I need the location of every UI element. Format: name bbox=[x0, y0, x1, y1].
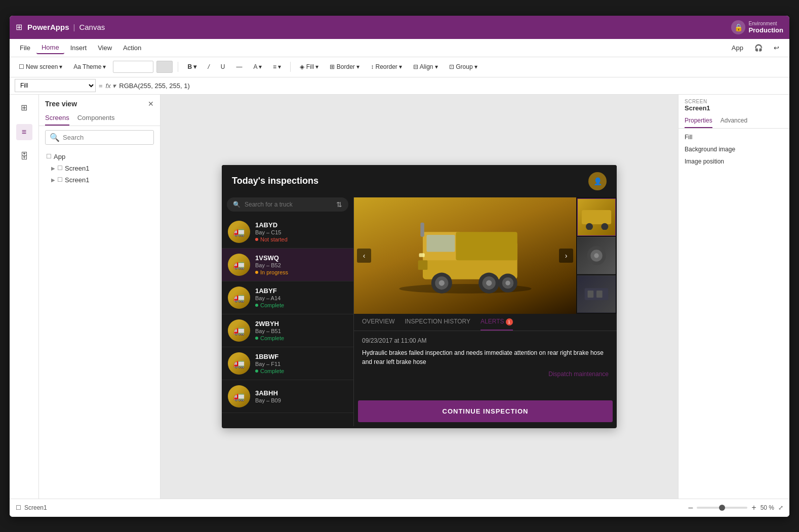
right-panel: SCREEN Screen1 Properties Advanced Fill … bbox=[678, 95, 789, 499]
properties-tab[interactable]: Properties bbox=[685, 114, 712, 128]
panel-data-icon[interactable]: 🗄 bbox=[16, 148, 32, 165]
status-text: In progress bbox=[260, 269, 288, 275]
screen-name: Screen1 bbox=[685, 104, 783, 112]
bold-btn[interactable]: B ▾ bbox=[183, 62, 201, 72]
menu-app[interactable]: App bbox=[727, 42, 748, 54]
advanced-tab[interactable]: Advanced bbox=[721, 114, 747, 128]
expand-icon[interactable]: ⤢ bbox=[778, 504, 783, 511]
color-picker[interactable] bbox=[113, 61, 153, 73]
truck-info: 1VSWQ Bay – B52 In progress bbox=[255, 254, 347, 275]
overview-tab[interactable]: OVERVIEW bbox=[362, 318, 394, 331]
reorder-btn[interactable]: ↕ Reorder ▾ bbox=[367, 62, 406, 72]
truck-item[interactable]: 🚛 3ABHH Bay – B09 bbox=[222, 380, 353, 413]
truck-status: Complete bbox=[255, 302, 347, 308]
alert-date: 09/23/2017 at 11:00 AM bbox=[362, 337, 609, 344]
truck-item[interactable]: 🚛 1VSWQ Bay – B52 In progress bbox=[222, 249, 353, 281]
tree-close-btn[interactable]: ✕ bbox=[148, 100, 154, 108]
fontsize-btn[interactable]: A ▾ bbox=[249, 62, 266, 72]
svg-point-22 bbox=[594, 253, 598, 258]
status-dot bbox=[255, 271, 258, 274]
zoom-plus-btn[interactable]: + bbox=[751, 503, 756, 512]
formula-input[interactable] bbox=[119, 79, 784, 92]
group-btn[interactable]: ⊡ Group ▾ bbox=[445, 62, 482, 72]
menu-view[interactable]: View bbox=[93, 42, 117, 54]
tree-screen2-item[interactable]: ▶ ☐ Screen1 bbox=[43, 174, 156, 186]
panel-tree-icon[interactable]: ≡ bbox=[16, 124, 32, 140]
zoom-slider[interactable] bbox=[697, 507, 747, 509]
fill-btn[interactable]: ◈ Fill ▾ bbox=[296, 62, 323, 72]
sort-icon[interactable]: ⇅ bbox=[336, 200, 342, 209]
app-window: ⊞ PowerApps | Canvas 🔒 Environment Produ… bbox=[10, 16, 789, 517]
prev-image-btn[interactable]: ‹ bbox=[357, 249, 371, 263]
truck-item[interactable]: 🚛 2WBYH Bay – B51 Complete bbox=[222, 314, 353, 347]
align-btn[interactable]: ≡ ▾ bbox=[269, 62, 285, 72]
thumb-2[interactable] bbox=[577, 237, 616, 274]
dispatch-maintenance-link[interactable]: Dispatch maintenance bbox=[362, 371, 609, 378]
tree-screen1-item[interactable]: ▶ ☐ Screen1 bbox=[43, 162, 156, 174]
prop-background-image[interactable]: Background image bbox=[685, 146, 783, 153]
right-panel-tabs: Properties Advanced bbox=[678, 114, 789, 129]
detail-tabs: OVERVIEW INSPECTION HISTORY ALERTS1 bbox=[354, 314, 617, 331]
screen2-checkbox: ☐ bbox=[57, 176, 63, 183]
env-label: Environment bbox=[748, 21, 783, 26]
truck-avatar: 🚛 bbox=[228, 319, 250, 342]
thumb-truck-icon bbox=[579, 204, 614, 230]
border-btn[interactable]: ⊞ Border ▾ bbox=[326, 62, 364, 72]
new-screen-btn[interactable]: ☐ New screen ▾ bbox=[15, 62, 66, 72]
strikethrough-btn[interactable]: — bbox=[232, 62, 246, 72]
menu-action[interactable]: Action bbox=[118, 42, 146, 54]
svg-point-14 bbox=[505, 280, 510, 285]
truck-item[interactable]: 🚛 1ABYF Bay – A14 Complete bbox=[222, 281, 353, 314]
property-dropdown[interactable]: Fill bbox=[15, 79, 96, 92]
tree-app-item[interactable]: ☐ App bbox=[43, 151, 156, 162]
status-left: ☐ Screen1 bbox=[16, 504, 47, 511]
color-swatch[interactable] bbox=[156, 61, 173, 73]
prop-fill[interactable]: Fill bbox=[685, 134, 783, 141]
menu-home[interactable]: Home bbox=[36, 42, 64, 54]
svg-point-11 bbox=[486, 280, 492, 285]
alert-content: 09/23/2017 at 11:00 AM Hydraulic brakes … bbox=[354, 331, 617, 396]
align-objects-btn[interactable]: ⊟ Align ▾ bbox=[409, 62, 442, 72]
prop-image-position[interactable]: Image position bbox=[685, 158, 783, 165]
app-name: PowerApps bbox=[27, 23, 69, 31]
menu-icon2[interactable]: ↩ bbox=[769, 42, 784, 54]
truck-info: 3ABHH Bay – B09 bbox=[255, 389, 347, 403]
zoom-minus-btn[interactable]: – bbox=[688, 503, 693, 512]
continue-inspection-btn[interactable]: CONTINUE INSPECTION bbox=[358, 400, 613, 422]
user-avatar: 👤 bbox=[588, 172, 607, 190]
theme-btn[interactable]: Aa Theme ▾ bbox=[69, 62, 110, 72]
status-dot bbox=[255, 337, 258, 340]
truck-search-bar[interactable]: 🔍 ⇅ bbox=[227, 197, 348, 212]
alerts-tab[interactable]: ALERTS1 bbox=[481, 318, 512, 331]
italic-btn[interactable]: / bbox=[204, 62, 213, 72]
waffle-icon[interactable]: ⊞ bbox=[16, 22, 22, 32]
menu-file[interactable]: File bbox=[15, 42, 35, 54]
truck-name: 1ABYD bbox=[255, 221, 347, 229]
truck-main-photo bbox=[354, 197, 576, 314]
menu-icon1[interactable]: 🎧 bbox=[749, 42, 768, 54]
thumb-3[interactable] bbox=[577, 275, 616, 313]
canvas-label: Canvas bbox=[79, 23, 105, 31]
tree-search-input[interactable] bbox=[63, 134, 149, 141]
status-text: Complete bbox=[260, 368, 284, 374]
truck-item[interactable]: 🚛 1ABYD Bay – C15 Not started bbox=[222, 216, 353, 249]
tree-items: ☐ App ▶ ☐ Screen1 ▶ ☐ Screen1 bbox=[39, 149, 160, 499]
screen1-label: Screen1 bbox=[65, 165, 153, 172]
menu-insert[interactable]: Insert bbox=[65, 42, 92, 54]
title-divider: | bbox=[73, 23, 75, 31]
underline-btn[interactable]: U bbox=[217, 62, 229, 72]
status-screen-label: Screen1 bbox=[24, 504, 47, 511]
truck-info: 1BBWF Bay – F11 Complete bbox=[255, 353, 347, 374]
panel-layers-icon[interactable]: ⊞ bbox=[16, 100, 32, 116]
thumb-1[interactable] bbox=[577, 198, 616, 236]
fx-label: fx ▾ bbox=[106, 82, 116, 90]
formula-bar: Fill = fx ▾ bbox=[10, 77, 789, 95]
truck-name: 1ABYF bbox=[255, 287, 347, 295]
truck-search-input[interactable] bbox=[245, 201, 332, 208]
next-image-btn[interactable]: › bbox=[559, 249, 573, 263]
tab-components[interactable]: Components bbox=[77, 111, 115, 126]
main-content: ⊞ ≡ 🗄 Tree view ✕ Screens Components 🔍 bbox=[10, 95, 789, 499]
tab-screens[interactable]: Screens bbox=[45, 111, 69, 126]
truck-item[interactable]: 🚛 1BBWF Bay – F11 Complete bbox=[222, 347, 353, 380]
inspection-history-tab[interactable]: INSPECTION HISTORY bbox=[405, 318, 470, 331]
